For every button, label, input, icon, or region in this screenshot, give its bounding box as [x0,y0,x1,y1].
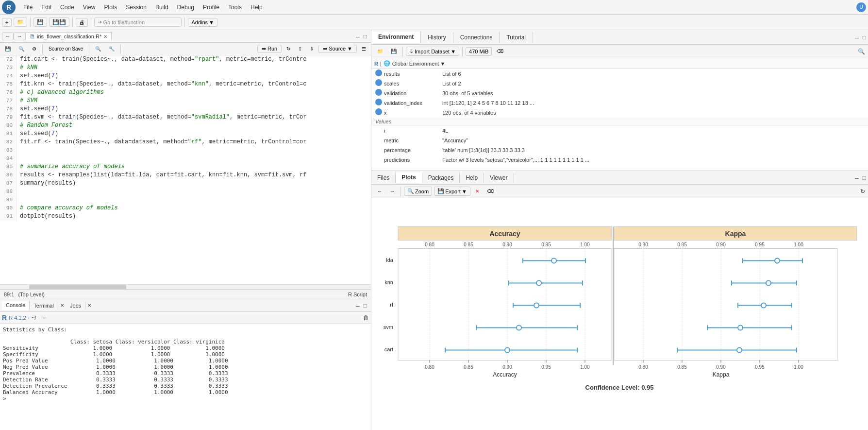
editor-replace-button[interactable]: 🔧 [106,45,117,52]
terminal-close[interactable]: ✕ [58,302,66,309]
menu-plots[interactable]: Plots [100,3,121,12]
clear-env-button[interactable]: ⌫ [494,48,506,55]
code-line-79: 79 fit.svm <- train(Species~., data=data… [0,113,371,121]
plots-refresh-icon[interactable]: ↻ [860,188,865,195]
env-row-scales[interactable]: scales List of 2 [371,79,868,88]
tab-help[interactable]: Help [460,173,484,183]
svg-text:0.95: 0.95 [541,242,551,247]
menu-debug[interactable]: Debug [173,3,198,12]
remove-plot-button[interactable]: ✕ [472,188,482,195]
menu-code[interactable]: Code [56,3,78,12]
plots-back-button[interactable]: ← [374,188,385,195]
menu-profile[interactable]: Profile [199,3,223,12]
console-minimize-button[interactable]: – [354,302,362,310]
env-name-predictions: predictions [384,155,442,164]
editor-hscroll-thumb[interactable] [29,285,126,289]
env-load-button[interactable]: 📁 [374,48,386,55]
env-row-predictions[interactable]: predictions Factor w/ 3 levels "setosa",… [371,155,868,165]
save-all-button[interactable]: 💾💾 [49,17,69,27]
tab-history[interactable]: History [421,32,453,43]
code-line-74: 74 set.seed(7) [0,72,371,80]
editor-tab-iris[interactable]: 🖹 iris_flower_classification.R* ✕ [25,32,112,40]
env-row-percentage[interactable]: percentage 'table' num [1:3(1d)] 33.3 33… [371,145,868,155]
tab-plots[interactable]: Plots [396,172,422,183]
menu-help[interactable]: Help [247,3,267,12]
zoom-label: Zoom [415,189,429,194]
editor-tab-close[interactable]: ✕ [103,34,107,39]
source-button[interactable]: ➡ Source ▼ [318,45,357,53]
memory-label: 470 MiB [469,49,488,54]
env-save-button[interactable]: 💾 [388,48,400,55]
scope-dropdown[interactable]: ▼ [440,61,445,67]
re-run-button[interactable]: ↻ [284,45,293,52]
console-content[interactable]: Statistics by Class: Class: setosa Class… [0,324,371,430]
env-search-button[interactable]: 🔍 [858,48,865,55]
tab-environment[interactable]: Environment [371,32,421,43]
menu-build[interactable]: Build [151,3,172,12]
code-line-91: 91 dotplot(results) [0,212,371,221]
editor-forward-button[interactable]: → [14,32,25,40]
editor-menu-button[interactable]: ☰ [359,45,369,52]
clear-console-button[interactable]: → [40,314,46,321]
addins-label: Addins [191,19,208,25]
env-row-results[interactable]: results List of 6 [371,69,868,79]
console-prompt-line[interactable]: > [3,396,368,402]
editor-hscroll[interactable] [0,284,371,289]
source-on-save-button[interactable]: Source on Save [46,45,86,52]
editor-search-button[interactable]: 🔍 [16,45,27,52]
tab-terminal[interactable]: Terminal [30,302,58,310]
menu-edit[interactable]: Edit [37,3,55,12]
svg-text:0.95: 0.95 [541,364,551,370]
export-button[interactable]: 💾 Export ▼ [434,187,470,196]
addins-button[interactable]: Addins ▼ [188,18,217,27]
run-button[interactable]: ➡ Run [257,45,282,53]
clear-plots-button[interactable]: ⌫ [484,188,497,195]
editor-find-button[interactable]: 🔍 [92,45,104,52]
save-button[interactable]: 💾 [33,17,47,27]
plots-forward-button[interactable]: → [387,188,398,195]
tab-packages[interactable]: Packages [422,173,460,183]
env-float-button[interactable]: □ [861,34,868,41]
tab-jobs[interactable]: Jobs [66,302,85,310]
run-down-button[interactable]: ⇩ [307,45,317,52]
menu-file[interactable]: File [19,3,36,12]
run-up-button[interactable]: ⇧ [295,45,305,52]
tab-files[interactable]: Files [371,173,396,183]
editor-minimize-button[interactable]: – [354,33,362,40]
env-minimize-button[interactable]: – [853,34,861,41]
code-line-83: 83 [0,146,371,155]
go-to-file-button[interactable]: ➜ Go to file/function [94,17,182,27]
tab-viewer[interactable]: Viewer [484,173,514,183]
console-float-button[interactable]: □ [362,302,369,309]
env-row-validation-index[interactable]: validation_index int [1:120, 1] 2 4 5 6 … [371,98,868,108]
code-editor[interactable]: 72 fit.cart <- train(Species~., data=dat… [0,55,371,284]
zoom-button[interactable]: 🔍 Zoom [404,187,432,196]
files-float-button[interactable]: □ [861,174,868,181]
tab-connections[interactable]: Connections [453,32,500,43]
save-editor-button[interactable]: 💾 [2,45,14,52]
console-area: Console Terminal ✕ Jobs ✕ – □ R R 4.1.2 … [0,299,371,430]
menu-view[interactable]: View [79,3,100,12]
open-file-button[interactable]: 📁 [14,17,27,27]
user-avatar[interactable]: U [856,2,866,12]
new-file-button[interactable]: + [2,18,12,27]
env-row-i[interactable]: i 4L [371,126,868,136]
editor-float-button[interactable]: □ [362,33,369,40]
env-row-validation[interactable]: validation 30 obs. of 5 variables [371,88,868,98]
env-name-validation-index: validation_index [384,99,442,107]
files-minimize-button[interactable]: – [853,174,861,182]
import-dataset-button[interactable]: ⇓ Import Dataset ▼ [406,47,459,56]
menu-tools[interactable]: Tools [224,3,246,12]
tab-console[interactable]: Console [2,301,30,310]
menu-session[interactable]: Session [122,3,150,12]
jobs-close[interactable]: ✕ [85,302,93,309]
env-row-x[interactable]: x 120 obs. of 4 variables [371,108,868,118]
print-button[interactable]: 🖨 [76,18,88,27]
code-line-84: 84 [0,155,371,163]
editor-settings-button[interactable]: ⚙ [29,45,39,52]
tab-tutorial[interactable]: Tutorial [500,32,533,43]
env-row-metric[interactable]: metric "Accuracy" [371,136,868,145]
editor-back-button[interactable]: ← [2,32,14,40]
console-clear-icon[interactable]: 🗑 [363,314,369,321]
memory-button[interactable]: 470 MiB [466,47,492,56]
